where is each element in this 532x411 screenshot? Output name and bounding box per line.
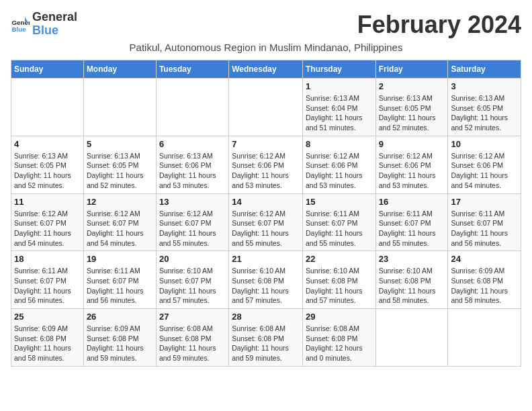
day-number: 17 [451, 197, 518, 207]
day-number: 7 [232, 139, 300, 149]
day-detail: Sunrise: 6:10 AM Sunset: 6:08 PM Dayligh… [306, 266, 373, 306]
weekday-header: Wednesday [229, 60, 303, 79]
day-number: 6 [159, 139, 226, 149]
calendar-cell: 21Sunrise: 6:10 AM Sunset: 6:08 PM Dayli… [229, 251, 303, 309]
day-detail: Sunrise: 6:12 AM Sunset: 6:07 PM Dayligh… [159, 209, 226, 248]
day-detail: Sunrise: 6:12 AM Sunset: 6:07 PM Dayligh… [232, 209, 300, 248]
day-detail: Sunrise: 6:11 AM Sunset: 6:07 PM Dayligh… [451, 209, 518, 248]
day-number: 27 [159, 312, 226, 322]
calendar-cell: 22Sunrise: 6:10 AM Sunset: 6:08 PM Dayli… [302, 251, 375, 309]
day-number: 15 [306, 197, 373, 207]
day-detail: Sunrise: 6:11 AM Sunset: 6:07 PM Dayligh… [87, 266, 153, 306]
day-detail: Sunrise: 6:13 AM Sunset: 6:05 PM Dayligh… [379, 93, 445, 133]
day-detail: Sunrise: 6:12 AM Sunset: 6:06 PM Dayligh… [232, 151, 300, 191]
day-detail: Sunrise: 6:08 AM Sunset: 6:08 PM Dayligh… [232, 324, 300, 363]
calendar-cell: 11Sunrise: 6:12 AM Sunset: 6:07 PM Dayli… [11, 193, 84, 251]
day-detail: Sunrise: 6:09 AM Sunset: 6:08 PM Dayligh… [14, 324, 81, 363]
calendar-week-row: 25Sunrise: 6:09 AM Sunset: 6:08 PM Dayli… [11, 309, 521, 367]
calendar-cell: 29Sunrise: 6:08 AM Sunset: 6:08 PM Dayli… [302, 309, 375, 367]
day-number: 13 [159, 197, 226, 207]
calendar-cell: 23Sunrise: 6:10 AM Sunset: 6:08 PM Dayli… [375, 251, 448, 309]
day-number: 3 [451, 81, 518, 91]
day-number: 20 [159, 254, 226, 264]
day-number: 24 [451, 254, 518, 264]
calendar-cell: 17Sunrise: 6:11 AM Sunset: 6:07 PM Dayli… [448, 193, 521, 251]
weekday-header: Thursday [302, 60, 375, 79]
day-number: 1 [306, 81, 373, 91]
calendar-cell: 16Sunrise: 6:11 AM Sunset: 6:07 PM Dayli… [375, 193, 448, 251]
day-detail: Sunrise: 6:10 AM Sunset: 6:08 PM Dayligh… [379, 266, 445, 306]
day-number: 22 [306, 254, 373, 264]
calendar-cell: 7Sunrise: 6:12 AM Sunset: 6:06 PM Daylig… [229, 136, 303, 193]
calendar-cell [375, 309, 448, 367]
calendar-cell [156, 79, 228, 136]
logo: General Blue General Blue [11, 11, 77, 38]
day-detail: Sunrise: 6:11 AM Sunset: 6:07 PM Dayligh… [14, 266, 81, 306]
subtitle: Patikul, Autonomous Region in Muslim Min… [11, 42, 521, 53]
calendar-week-row: 1Sunrise: 6:13 AM Sunset: 6:04 PM Daylig… [11, 79, 521, 136]
day-detail: Sunrise: 6:08 AM Sunset: 6:08 PM Dayligh… [306, 324, 373, 363]
month-title: February 2024 [357, 11, 521, 39]
day-number: 8 [306, 139, 373, 149]
calendar-cell [448, 309, 521, 367]
day-number: 23 [379, 254, 445, 264]
day-number: 10 [451, 139, 518, 149]
calendar-cell: 3Sunrise: 6:13 AM Sunset: 6:05 PM Daylig… [448, 79, 521, 136]
calendar-cell: 24Sunrise: 6:09 AM Sunset: 6:08 PM Dayli… [448, 251, 521, 309]
calendar-cell: 6Sunrise: 6:13 AM Sunset: 6:06 PM Daylig… [156, 136, 228, 193]
day-detail: Sunrise: 6:12 AM Sunset: 6:07 PM Dayligh… [87, 209, 153, 248]
day-detail: Sunrise: 6:09 AM Sunset: 6:08 PM Dayligh… [87, 324, 153, 363]
calendar-cell: 27Sunrise: 6:08 AM Sunset: 6:08 PM Dayli… [156, 309, 228, 367]
day-number: 14 [232, 197, 300, 207]
calendar-cell [83, 79, 156, 136]
calendar-cell [229, 79, 303, 136]
day-detail: Sunrise: 6:13 AM Sunset: 6:05 PM Dayligh… [451, 93, 518, 133]
calendar-cell: 15Sunrise: 6:11 AM Sunset: 6:07 PM Dayli… [302, 193, 375, 251]
day-detail: Sunrise: 6:13 AM Sunset: 6:06 PM Dayligh… [159, 151, 226, 191]
day-number: 21 [232, 254, 300, 264]
calendar-cell: 2Sunrise: 6:13 AM Sunset: 6:05 PM Daylig… [375, 79, 448, 136]
day-detail: Sunrise: 6:12 AM Sunset: 6:06 PM Dayligh… [306, 151, 373, 191]
day-number: 19 [87, 254, 153, 264]
calendar-cell: 18Sunrise: 6:11 AM Sunset: 6:07 PM Dayli… [11, 251, 84, 309]
day-detail: Sunrise: 6:10 AM Sunset: 6:07 PM Dayligh… [159, 266, 226, 306]
day-detail: Sunrise: 6:12 AM Sunset: 6:07 PM Dayligh… [14, 209, 81, 248]
calendar-cell: 25Sunrise: 6:09 AM Sunset: 6:08 PM Dayli… [11, 309, 84, 367]
calendar-cell: 12Sunrise: 6:12 AM Sunset: 6:07 PM Dayli… [83, 193, 156, 251]
weekday-header: Saturday [448, 60, 521, 79]
day-number: 4 [14, 139, 81, 149]
calendar-cell: 8Sunrise: 6:12 AM Sunset: 6:06 PM Daylig… [302, 136, 375, 193]
calendar-cell [11, 79, 84, 136]
calendar-cell: 1Sunrise: 6:13 AM Sunset: 6:04 PM Daylig… [302, 79, 375, 136]
day-detail: Sunrise: 6:08 AM Sunset: 6:08 PM Dayligh… [159, 324, 226, 363]
calendar-table: SundayMondayTuesdayWednesdayThursdayFrid… [11, 60, 521, 367]
weekday-header: Monday [83, 60, 156, 79]
logo-icon: General Blue [11, 15, 30, 34]
calendar-cell: 14Sunrise: 6:12 AM Sunset: 6:07 PM Dayli… [229, 193, 303, 251]
calendar-week-row: 18Sunrise: 6:11 AM Sunset: 6:07 PM Dayli… [11, 251, 521, 309]
calendar-cell: 4Sunrise: 6:13 AM Sunset: 6:05 PM Daylig… [11, 136, 84, 193]
day-detail: Sunrise: 6:12 AM Sunset: 6:06 PM Dayligh… [451, 151, 518, 191]
day-number: 25 [14, 312, 81, 322]
weekday-header: Sunday [11, 60, 84, 79]
logo-general-text: General [32, 11, 77, 24]
day-detail: Sunrise: 6:13 AM Sunset: 6:05 PM Dayligh… [87, 151, 153, 191]
day-number: 28 [232, 312, 300, 322]
weekday-header: Tuesday [156, 60, 228, 79]
day-number: 29 [306, 312, 373, 322]
calendar-cell: 26Sunrise: 6:09 AM Sunset: 6:08 PM Dayli… [83, 309, 156, 367]
calendar-cell: 28Sunrise: 6:08 AM Sunset: 6:08 PM Dayli… [229, 309, 303, 367]
svg-text:Blue: Blue [11, 26, 26, 33]
day-detail: Sunrise: 6:13 AM Sunset: 6:04 PM Dayligh… [306, 93, 373, 133]
day-detail: Sunrise: 6:13 AM Sunset: 6:05 PM Dayligh… [14, 151, 81, 191]
day-detail: Sunrise: 6:10 AM Sunset: 6:08 PM Dayligh… [232, 266, 300, 306]
day-number: 9 [379, 139, 445, 149]
logo-blue-text: Blue [32, 24, 77, 38]
calendar-cell: 13Sunrise: 6:12 AM Sunset: 6:07 PM Dayli… [156, 193, 228, 251]
day-number: 5 [87, 139, 153, 149]
day-number: 12 [87, 197, 153, 207]
day-detail: Sunrise: 6:11 AM Sunset: 6:07 PM Dayligh… [306, 209, 373, 248]
calendar-cell: 9Sunrise: 6:12 AM Sunset: 6:06 PM Daylig… [375, 136, 448, 193]
calendar-cell: 20Sunrise: 6:10 AM Sunset: 6:07 PM Dayli… [156, 251, 228, 309]
weekday-header: Friday [375, 60, 448, 79]
